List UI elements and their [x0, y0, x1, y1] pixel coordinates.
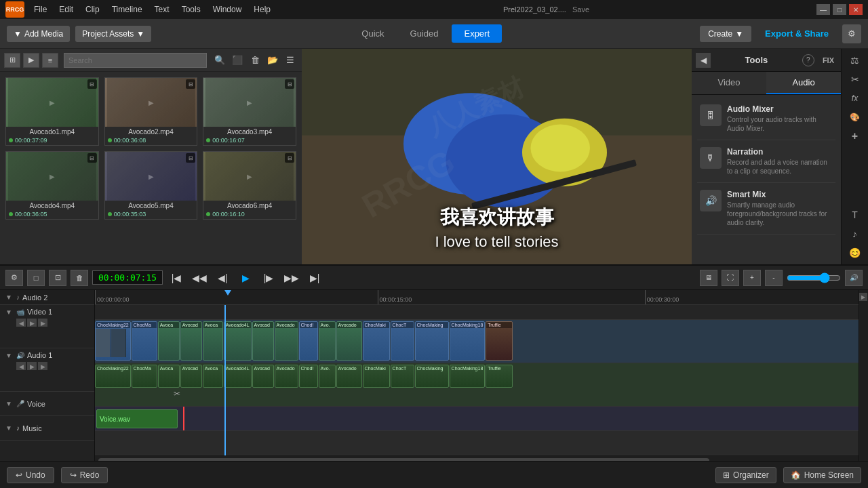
menu-tools[interactable]: Tools — [176, 3, 206, 16]
audio-clip-6[interactable]: Avocado4L — [224, 365, 252, 388]
asset-item[interactable]: ▶ ⊟ Avocado4.mp4 00:00:36:05 — [5, 151, 99, 220]
clip-chocmaking[interactable]: ChocMaking — [415, 321, 449, 361]
menu-clip[interactable]: Clip — [80, 3, 105, 16]
menu-help[interactable]: Help — [248, 3, 276, 16]
prev-frame-v1[interactable]: ◀ — [16, 319, 26, 327]
play-a1[interactable]: ▶ — [27, 362, 37, 370]
view-media-button[interactable]: ▶ — [23, 53, 39, 68]
redo-button[interactable]: ↪ Redo — [61, 467, 108, 483]
add-icon-button[interactable]: + — [844, 127, 866, 145]
go-end-button[interactable]: ▶| — [305, 269, 324, 287]
help-button[interactable]: ? — [802, 54, 814, 66]
minimize-button[interactable]: — — [816, 4, 830, 15]
menu-file[interactable]: File — [28, 3, 52, 16]
next-frame-a1[interactable]: ▶ — [38, 362, 47, 370]
menu-timeline[interactable]: Timeline — [106, 3, 148, 16]
audio-clip-15[interactable]: ChocMaking18 — [450, 365, 486, 388]
audio-clip-chocmaking22[interactable]: ChocMaking22 — [95, 365, 131, 388]
clip-avocado2[interactable]: Avocado — [275, 321, 298, 361]
create-button[interactable]: Create ▼ — [700, 26, 751, 42]
timeline-delete-button[interactable]: 🗑 — [71, 270, 88, 286]
menu-text[interactable]: Text — [149, 3, 175, 16]
timeline-settings-button[interactable]: ⚙ — [5, 270, 23, 286]
asset-item[interactable]: ▶ ⊟ Avocado2.mp4 00:00:36:08 — [104, 77, 198, 146]
timeline-scrollbar[interactable] — [95, 455, 859, 461]
delete-button[interactable]: 🗑 — [248, 53, 262, 68]
asset-item[interactable]: ▶ ⊟ Avocado1.mp4 00:00:37:09 — [5, 77, 99, 146]
clip-chocma[interactable]: ChocMa — [132, 321, 157, 361]
tool-audio-mixer[interactable]: 🎛 Audio Mixer Control your audio tracks … — [697, 98, 835, 140]
menu-edit[interactable]: Edit — [54, 3, 79, 16]
tool-smart-mix[interactable]: 🔊 Smart Mix Smartly manage audio foregro… — [697, 183, 835, 235]
text-icon-button[interactable]: T — [844, 206, 866, 224]
speaker-button[interactable]: 🔊 — [845, 270, 863, 286]
undo-button[interactable]: ↩ Undo — [7, 467, 54, 483]
export-share-button[interactable]: Export & Share — [757, 25, 837, 42]
expand-voice[interactable]: ▼ — [4, 400, 14, 407]
play-button[interactable]: ▶ — [236, 269, 255, 287]
scissors-icon-button[interactable]: ✂ — [844, 70, 866, 88]
clip-avocad1[interactable]: Avocad — [180, 321, 202, 361]
organizer-button[interactable]: ⊞ Organizer — [715, 467, 776, 483]
mode-expert[interactable]: Expert — [452, 24, 502, 43]
audio-clip-3[interactable]: Avoca — [158, 365, 180, 388]
fix-button[interactable]: FIX — [820, 55, 837, 66]
fx-icon-button[interactable]: fx — [844, 89, 866, 107]
audio-clip-16[interactable]: Truffle — [486, 365, 513, 388]
zoom-out-button[interactable]: - — [765, 270, 783, 286]
voice-clip[interactable]: Voice.wav — [96, 409, 178, 428]
clip-choct[interactable]: ChocT — [391, 321, 414, 361]
expand-audio1[interactable]: ▼ — [4, 352, 14, 359]
view-grid-button[interactable]: ⊞ — [4, 53, 20, 68]
project-assets-button[interactable]: Project Assets ▼ — [75, 26, 151, 42]
clip-avo[interactable]: Avo. — [319, 321, 336, 361]
close-button[interactable]: ✕ — [849, 4, 863, 15]
music-icon-button[interactable]: ♪ — [844, 225, 866, 243]
add-media-button[interactable]: ▼ Add Media — [7, 26, 70, 42]
go-start-button[interactable]: |◀ — [167, 269, 186, 287]
mode-quick[interactable]: Quick — [349, 24, 396, 43]
step-forward-button[interactable]: ▶▶ — [282, 269, 301, 287]
audio-clip-12[interactable]: ChocMaki — [363, 365, 390, 388]
clip-chocmaki[interactable]: ChocMaki — [363, 321, 390, 361]
zoom-in-button[interactable]: + — [743, 270, 761, 286]
audio-clip-5[interactable]: Avoca — [203, 365, 223, 388]
timeline-snap-button[interactable]: ⊡ — [49, 270, 66, 286]
monitor-button[interactable]: 🖥 — [700, 270, 717, 286]
audio-clip-7[interactable]: Avocad — [252, 365, 274, 388]
nav-back-button[interactable]: ◀ — [696, 53, 711, 68]
search-input[interactable] — [64, 53, 207, 68]
tab-audio[interactable]: Audio — [766, 72, 841, 94]
asset-item[interactable]: ▶ ⊟ Avocado6.mp4 00:00:16:10 — [203, 151, 296, 220]
mode-guided[interactable]: Guided — [398, 24, 451, 43]
audio-clip-11[interactable]: Avocado — [336, 365, 362, 388]
import-button[interactable]: 📂 — [265, 53, 280, 68]
expand-music[interactable]: ▼ — [4, 424, 14, 432]
clip-chocmaking22[interactable]: ChocMaking22 — [95, 321, 131, 361]
tab-video[interactable]: Video — [692, 72, 766, 94]
search-button[interactable]: 🔍 — [212, 53, 227, 68]
clip-avoca1[interactable]: Avoca — [158, 321, 180, 361]
home-screen-button[interactable]: 🏠 Home Screen — [783, 467, 861, 483]
scroll-right-button[interactable]: ▶ — [859, 293, 867, 301]
view-list-button[interactable]: ≡ — [42, 53, 58, 68]
list-options-button[interactable]: ☰ — [283, 53, 298, 68]
adjust-icon-button[interactable]: ⚖ — [844, 52, 866, 69]
asset-item[interactable]: ▶ ⊟ Avocado3.mp4 00:00:16:07 — [203, 77, 296, 146]
clip-avocado3[interactable]: Avocado — [336, 321, 362, 361]
volume-slider[interactable] — [787, 272, 841, 283]
settings-button[interactable]: ⚙ — [842, 24, 861, 43]
audio-clip-10[interactable]: Avo. — [319, 365, 336, 388]
fullscreen-button[interactable]: ⛶ — [722, 270, 739, 286]
clip-avocado4l[interactable]: Avocado4L — [224, 321, 252, 361]
frame-forward-button[interactable]: |▶ — [259, 269, 278, 287]
prev-frame-a1[interactable]: ◀ — [16, 362, 26, 370]
emoji-icon-button[interactable]: 😊 — [844, 244, 866, 262]
next-frame-v1[interactable]: ▶ — [38, 319, 47, 327]
audio-clip-14[interactable]: ChocMaking — [415, 365, 449, 388]
color-icon-button[interactable]: 🎨 — [844, 108, 866, 126]
step-back-button[interactable]: ◀◀ — [190, 269, 209, 287]
timeline-clip-button[interactable]: □ — [27, 270, 45, 286]
expand-video1[interactable]: ▼ — [4, 308, 14, 316]
play-v1[interactable]: ▶ — [27, 319, 37, 327]
